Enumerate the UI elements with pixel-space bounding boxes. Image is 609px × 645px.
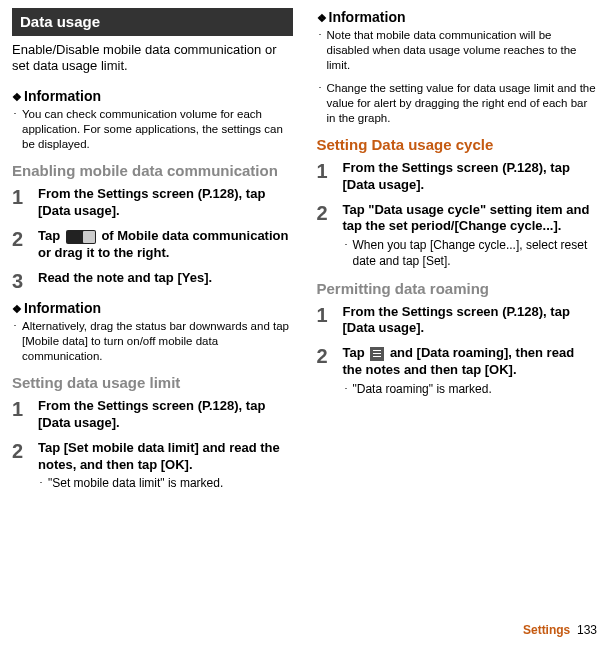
step-text-a: Tap (38, 228, 64, 243)
step-number: 2 (12, 228, 38, 262)
step-number: 1 (317, 160, 343, 194)
step-row: 1 From the Settings screen (P.128), tap … (317, 160, 598, 194)
subheading: Setting data usage limit (12, 374, 293, 392)
info-head-text: Information (329, 9, 406, 25)
subheading: Setting Data usage cycle (317, 136, 598, 154)
step-row: 2 Tap [Set mobile data limit] and read t… (12, 440, 293, 492)
information-heading: ❖Information (12, 87, 293, 105)
step-number: 1 (12, 398, 38, 432)
info-head-text: Information (24, 300, 101, 316)
step-sub: ･ When you tap [Change cycle...], select… (343, 238, 598, 269)
left-column: Data usage Enable/Disable mobile data co… (0, 0, 305, 645)
step-text: Tap and [Data roaming], then read the no… (343, 345, 598, 397)
step-text: From the Settings screen (P.128), tap [D… (343, 304, 598, 338)
toggle-on-icon (66, 230, 96, 244)
step-row: 1 From the Settings screen (P.128), tap … (12, 186, 293, 220)
step-row: 1 From the Settings screen (P.128), tap … (317, 304, 598, 338)
section-banner: Data usage (12, 8, 293, 36)
step-number: 2 (317, 202, 343, 270)
subheading: Enabling mobile data communication (12, 162, 293, 180)
step-text: Tap of Mobile data communication or drag… (38, 228, 293, 262)
diamond-icon: ❖ (317, 12, 327, 24)
step-row: 2 Tap "Data usage cycle" setting item an… (317, 202, 598, 270)
information-heading: ❖Information (12, 299, 293, 317)
step-text: From the Settings screen (P.128), tap [D… (343, 160, 598, 194)
footer-section-label: Settings (523, 623, 570, 637)
step-number: 2 (317, 345, 343, 397)
step-sub-text: When you tap [Change cycle...], select r… (353, 238, 598, 269)
step-number: 1 (317, 304, 343, 338)
step-text: Tap [Set mobile data limit] and read the… (38, 440, 293, 492)
step-text: From the Settings screen (P.128), tap [D… (38, 398, 293, 432)
step-text: Read the note and tap [Yes]. (38, 270, 293, 291)
step-number: 1 (12, 186, 38, 220)
step-number: 3 (12, 270, 38, 291)
page-footer: Settings 133 (523, 623, 597, 639)
info-bullet: ･ Alternatively, drag the status bar dow… (12, 319, 293, 364)
step-row: 1 From the Settings screen (P.128), tap … (12, 398, 293, 432)
info-bullet: ･ Note that mobile data communication wi… (317, 28, 598, 73)
step-row: 3 Read the note and tap [Yes]. (12, 270, 293, 291)
step-sub: ･ "Set mobile data limit" is marked. (38, 476, 293, 492)
right-column: ❖Information ･ Note that mobile data com… (305, 0, 610, 645)
step-sub-text: "Set mobile data limit" is marked. (48, 476, 223, 492)
bullet-icon: ･ (343, 382, 353, 398)
bullet-icon: ･ (38, 476, 48, 492)
step-row: 2 Tap and [Data roaming], then read the … (317, 345, 598, 397)
bullet-text: You can check communication volume for e… (22, 107, 293, 152)
subheading: Permitting data roaming (317, 280, 598, 298)
menu-icon (370, 347, 384, 361)
step-main: Tap "Data usage cycle" setting item and … (343, 202, 590, 234)
step-row: 2 Tap of Mobile data communication or dr… (12, 228, 293, 262)
step-text-a: Tap (343, 345, 369, 360)
bullet-icon: ･ (317, 81, 327, 126)
bullet-text: Change the setting value for data usage … (327, 81, 598, 126)
bullet-icon: ･ (12, 107, 22, 152)
bullet-text: Alternatively, drag the status bar downw… (22, 319, 293, 364)
bullet-text: Note that mobile data communication will… (327, 28, 598, 73)
information-heading: ❖Information (317, 8, 598, 26)
info-bullet: ･ You can check communication volume for… (12, 107, 293, 152)
bullet-icon: ･ (12, 319, 22, 364)
page-number: 133 (577, 623, 597, 637)
step-number: 2 (12, 440, 38, 492)
step-text: From the Settings screen (P.128), tap [D… (38, 186, 293, 220)
info-bullet: ･ Change the setting value for data usag… (317, 81, 598, 126)
step-sub-text: "Data roaming" is marked. (353, 382, 492, 398)
step-text: Tap "Data usage cycle" setting item and … (343, 202, 598, 270)
intro-text: Enable/Disable mobile data communication… (12, 42, 293, 76)
diamond-icon: ❖ (12, 303, 22, 315)
bullet-icon: ･ (343, 238, 353, 269)
step-sub: ･ "Data roaming" is marked. (343, 382, 598, 398)
diamond-icon: ❖ (12, 91, 22, 103)
step-main: Tap [Set mobile data limit] and read the… (38, 440, 280, 472)
info-head-text: Information (24, 88, 101, 104)
bullet-icon: ･ (317, 28, 327, 73)
